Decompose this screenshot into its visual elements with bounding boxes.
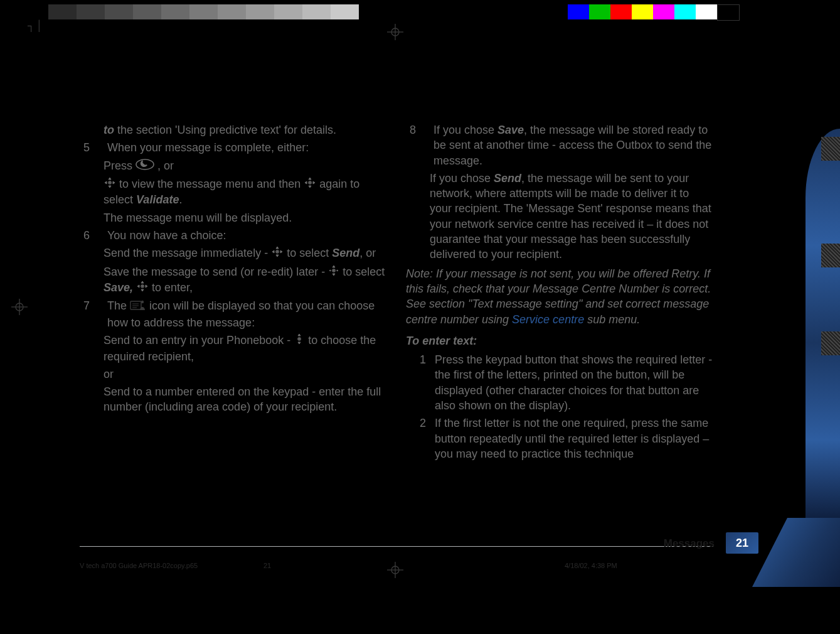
nav-key-icon (136, 281, 149, 296)
text: If you chose (433, 124, 497, 136)
step-number: 7 (80, 298, 107, 330)
footer-rule (80, 546, 713, 547)
footer-timestamp: 4/18/02, 4:38 PM (565, 562, 617, 569)
svg-point-11 (109, 182, 110, 183)
text: The (107, 299, 130, 312)
text: The message menu will be displayed. (83, 210, 387, 225)
registration-mark-icon (11, 299, 28, 315)
text: Send the message immediately - (104, 247, 271, 259)
note-block: Note: If your message is not sent, you w… (406, 266, 713, 327)
svg-point-24 (141, 300, 144, 303)
page-number-badge: 21 (726, 532, 758, 554)
text: icon will be displayed so that you can c… (107, 299, 375, 328)
crop-mark-icon: ┐ (28, 20, 36, 29)
svg-point-13 (309, 182, 311, 183)
registration-mark-icon (387, 24, 403, 40)
svg-point-19 (142, 286, 143, 287)
call-key-icon (136, 159, 154, 174)
svg-point-26 (299, 338, 300, 340)
text: or (104, 367, 387, 382)
page: ┐ │ to the section 'Using predictive tex… (0, 0, 840, 634)
right-column: 8 If you chose Save, the message will be… (406, 122, 713, 464)
subheading: To enter text: (406, 333, 713, 348)
crop-mark-icon: │ (36, 20, 45, 29)
nav-up-down-icon (328, 265, 339, 280)
nav-key-icon (104, 177, 116, 192)
step-text: Press the keypad button that shows the r… (435, 352, 713, 413)
nav-key-icon (304, 177, 316, 192)
step-number: 6 (80, 228, 107, 243)
text: to view the message menu and then (119, 178, 304, 190)
emphasis: Save (497, 124, 524, 136)
step-number: 2 (420, 416, 435, 461)
section-label: Messages (664, 537, 715, 550)
step-number: 5 (80, 140, 107, 155)
decorative-texture (821, 137, 840, 161)
text: , the message will be sent to your netwo… (430, 172, 711, 261)
text: to select (287, 247, 332, 259)
nav-key-icon (271, 246, 284, 261)
text: If you chose (430, 172, 494, 185)
address-icon (130, 299, 146, 315)
note-text: sub menu. (584, 313, 640, 326)
emphasis: Send (494, 172, 521, 185)
text: Send to a number entered on the keypad -… (104, 384, 387, 415)
text: to enter, (152, 281, 193, 294)
text: the section 'Using predictive text' for … (114, 124, 336, 136)
emphasis: Save, (104, 281, 136, 294)
text: Save the message to send (or re-edit) la… (104, 266, 328, 278)
footer-filename: V tech a700 Guide APR18-02copy.p65 (80, 562, 198, 569)
emphasis: Validate (136, 193, 179, 206)
decorative-corner-graphic (752, 518, 840, 587)
footer-sheet: 21 (263, 562, 271, 569)
registration-mark-icon (387, 562, 403, 578)
step-number: 8 (406, 122, 433, 168)
decorative-texture (821, 331, 840, 355)
body-text: to the section 'Using predictive text' f… (80, 122, 713, 464)
color-bar (568, 4, 740, 19)
greyscale-bar (48, 4, 359, 19)
text: , or (157, 159, 174, 172)
step-text: When your message is complete, either: (107, 140, 387, 155)
step-text: You now have a choice: (107, 228, 387, 243)
left-column: to the section 'Using predictive text' f… (80, 122, 387, 464)
link-text: Service centre (512, 313, 584, 326)
emphasis: to (104, 124, 114, 136)
step-text: If the first letter is not the one requi… (435, 416, 713, 461)
svg-point-17 (333, 270, 334, 271)
step-number: 1 (420, 352, 435, 413)
nav-up-down-icon (294, 333, 305, 348)
text: . (179, 193, 182, 206)
text: to select (343, 266, 385, 278)
svg-point-9 (136, 159, 154, 169)
emphasis: Send (332, 247, 359, 259)
decorative-side-graphic (805, 129, 840, 518)
svg-point-15 (277, 251, 278, 252)
text: Send to an entry in your Phonebook - (104, 334, 294, 347)
text: , or (359, 247, 376, 259)
decorative-texture (821, 244, 840, 267)
text: Press (104, 159, 136, 172)
